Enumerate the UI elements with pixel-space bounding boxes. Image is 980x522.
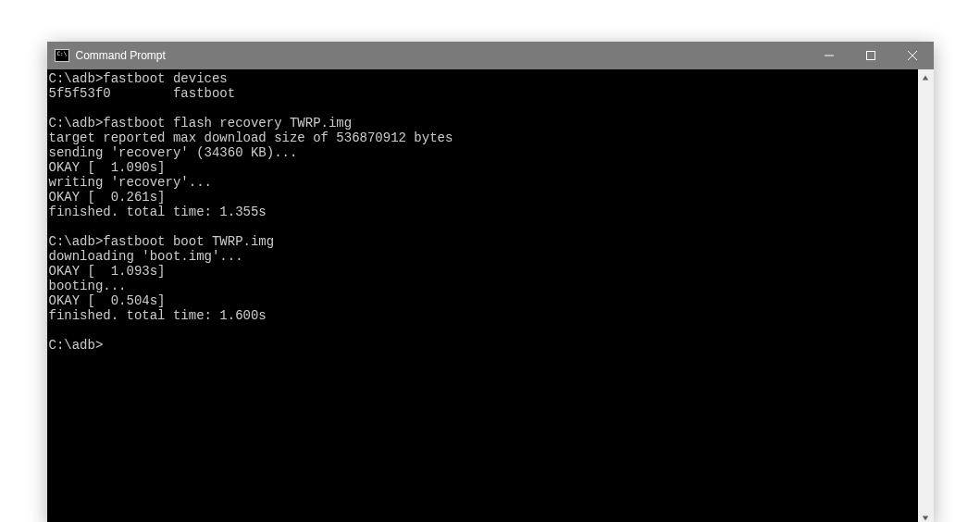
terminal-line: finished. total time: 1.355s [49,205,918,219]
terminal-body: C:\adb>fastboot devices5f5f53f0 fastboot… [47,69,934,522]
terminal-line: C:\adb>fastboot flash recovery TWRP.img [49,116,918,130]
output-text: finished. total time: 1.600s [49,308,267,323]
command-input-text: fastboot devices [103,71,227,86]
terminal-line: target reported max download size of 536… [49,130,918,145]
titlebar-left: Command Prompt [55,49,166,62]
cmd-icon [55,49,69,62]
terminal-line: finished. total time: 1.600s [49,308,918,323]
output-text: writing 'recovery'... [49,175,212,190]
titlebar[interactable]: Command Prompt [47,42,934,69]
svg-rect-1 [867,52,875,60]
terminal-line: 5f5f53f0 fastboot [49,86,918,101]
minimize-button[interactable] [809,42,850,69]
terminal-line: sending 'recovery' (34360 KB)... [49,145,918,160]
prompt-text: C:\adb> [49,71,104,86]
prompt-text: C:\adb> [49,338,104,353]
command-input-text: fastboot flash recovery TWRP.img [103,116,352,130]
svg-marker-5 [923,516,928,520]
terminal-line: OKAY [ 1.093s] [49,264,918,279]
output-text: target reported max download size of 536… [49,130,453,145]
output-text: OKAY [ 1.093s] [49,264,166,279]
terminal-content[interactable]: C:\adb>fastboot devices5f5f53f0 fastboot… [47,69,918,522]
window-controls [809,42,934,69]
terminal-line: C:\adb>fastboot devices [49,71,918,86]
output-text: finished. total time: 1.355s [49,205,267,219]
terminal-line: OKAY [ 1.090s] [49,160,918,175]
terminal-line: downloading 'boot.img'... [49,249,918,264]
output-text: 5f5f53f0 fastboot [49,86,236,101]
maximize-button[interactable] [850,42,892,69]
terminal-line: C:\adb> [49,338,918,353]
output-text: OKAY [ 0.261s] [49,190,166,205]
output-text: booting... [49,279,127,293]
terminal-line [49,219,918,234]
output-text: OKAY [ 1.090s] [49,160,166,175]
terminal-line: writing 'recovery'... [49,175,918,190]
window-title: Command Prompt [76,49,166,62]
scroll-up-arrow-icon[interactable] [918,69,934,85]
vertical-scrollbar[interactable] [918,69,934,522]
command-prompt-window: Command Prompt C:\adb>fastboot devices5f… [47,42,934,522]
output-text: sending 'recovery' (34360 KB)... [49,145,298,160]
terminal-line [49,323,918,338]
prompt-text: C:\adb> [49,234,104,249]
output-text: downloading 'boot.img'... [49,249,243,264]
terminal-line: OKAY [ 0.261s] [49,190,918,205]
terminal-line [49,101,918,116]
svg-marker-4 [923,75,928,80]
terminal-line: booting... [49,279,918,293]
command-input-text: fastboot boot TWRP.img [103,234,274,249]
terminal-line: C:\adb>fastboot boot TWRP.img [49,234,918,249]
terminal-line: OKAY [ 0.504s] [49,293,918,308]
output-text: OKAY [ 0.504s] [49,293,166,308]
scroll-down-arrow-icon[interactable] [918,510,934,522]
scroll-track[interactable] [918,85,934,510]
close-button[interactable] [892,42,934,69]
prompt-text: C:\adb> [49,116,104,130]
